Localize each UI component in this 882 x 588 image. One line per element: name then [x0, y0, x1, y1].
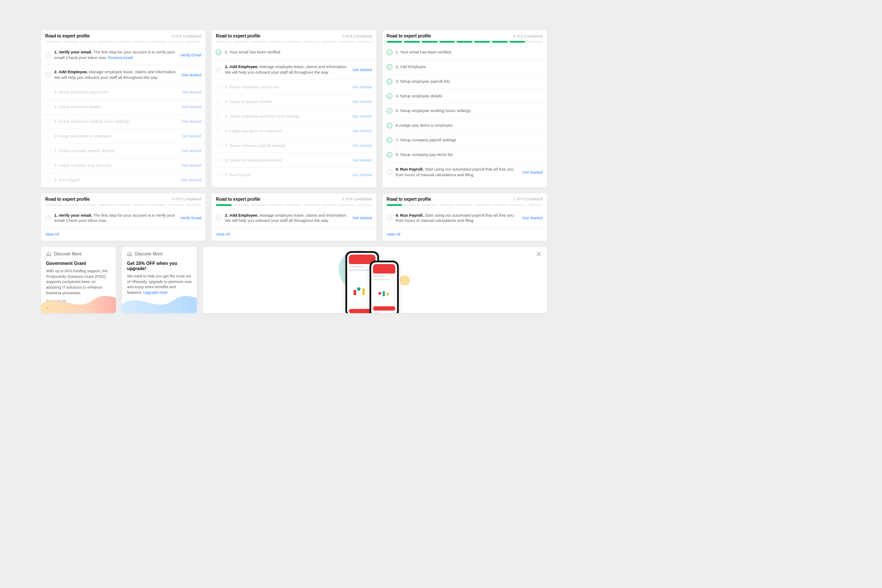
discover-body: With up to 80% funding support, the Prod…: [46, 268, 111, 296]
card-title: Road to expert profile: [45, 34, 90, 38]
step-cta[interactable]: Get started: [352, 68, 372, 72]
close-icon[interactable]: [536, 251, 542, 257]
step-row: 1. Your email has been verified.: [382, 45, 547, 59]
step-text: 9. Run Payroll. Start using our automate…: [396, 167, 519, 177]
step-cta[interactable]: Get started: [182, 105, 201, 109]
check-circle-icon: [387, 79, 392, 84]
view-all-link[interactable]: View All: [45, 232, 59, 236]
step-text: 3. Setup employee payroll info: [225, 84, 349, 90]
discover-header: Discover More: [127, 251, 192, 256]
completed-count: 0 of 9 Completed: [172, 197, 202, 201]
check-circle-icon: [45, 90, 51, 95]
step-text: 1. Your email has been verified.: [396, 50, 543, 55]
step-row: 6.Assign pay items to employee: [382, 118, 547, 133]
step-cta[interactable]: Verify Email: [180, 53, 202, 57]
step-row: 2. Add Employee: [382, 59, 547, 74]
step-cta[interactable]: Get Started: [522, 216, 543, 220]
step-row: 8. Setup company pay items list: [382, 147, 547, 162]
step-row: 5. Setup employee working hours settings…: [41, 114, 205, 129]
step-cta[interactable]: Get started: [182, 134, 201, 138]
progress-bar: [41, 41, 205, 45]
step-text: 2. Add Employee. Manage employee leave, …: [54, 69, 178, 80]
step-cta[interactable]: Get Started: [352, 173, 372, 177]
step-row: 4. Setup employee detailsGet started: [211, 94, 376, 109]
road-to-expert-mini-card: Road to expert profile0 of 9 Completed1.…: [41, 193, 205, 241]
discover-header: Discover More: [46, 251, 111, 256]
check-circle-icon: [45, 104, 51, 110]
check-circle-icon: [387, 64, 392, 70]
step-cta[interactable]: Get Started: [522, 170, 543, 174]
step-cta[interactable]: Get started: [352, 129, 372, 133]
step-cta[interactable]: Get started: [352, 143, 372, 148]
check-circle-icon: [387, 152, 392, 158]
step-row: 2. Add Employee. Manage employee leave, …: [41, 65, 205, 84]
check-circle-icon: [216, 157, 221, 163]
check-circle-icon: [45, 148, 51, 154]
step-row: 7. Setup company payroll settingsGet sta…: [211, 138, 376, 152]
step-text: 7. Setup company payroll settings: [396, 137, 543, 143]
check-circle-icon: [216, 99, 221, 104]
check-circle-icon: [216, 172, 221, 177]
check-circle-icon: [216, 84, 221, 90]
step-row: 6.Assign pay items to employeeGet starte…: [211, 123, 376, 138]
check-circle-icon: [45, 119, 51, 124]
step-row: 1. Your email has been verified.: [211, 45, 376, 59]
step-row: 7. Setup company payroll settingsGet sta…: [41, 143, 205, 158]
view-all-link[interactable]: View All: [387, 232, 401, 236]
step-text: 7. Setup company payroll settings: [225, 143, 349, 149]
step-row: 9. Run Payroll. Start using our automate…: [382, 162, 547, 182]
card-title: Road to expert profile: [216, 34, 260, 38]
discover-link[interactable]: Contact Us: [46, 299, 111, 303]
step-cta[interactable]: Get started: [182, 119, 201, 124]
card-title: Road to expert profile: [387, 197, 431, 202]
step-cta[interactable]: Get started: [352, 216, 372, 220]
step-text: 2. Add Employee. Manage employee leave, …: [225, 213, 349, 224]
check-circle-icon: [45, 72, 51, 78]
view-all-link[interactable]: View All: [216, 232, 230, 236]
completed-count: 1 of 9 Completed: [342, 197, 372, 201]
discover-link[interactable]: Upgrade Now: [143, 290, 168, 295]
step-cta[interactable]: Get started: [182, 73, 201, 77]
check-circle-icon: [45, 163, 51, 168]
progress-bar: [211, 204, 376, 208]
step-cta[interactable]: Get started: [182, 163, 201, 168]
step-cta[interactable]: Get started: [182, 90, 201, 94]
svg-point-5: [386, 292, 389, 296]
check-circle-icon: [387, 123, 392, 128]
resend-email-link[interactable]: Resend email: [108, 55, 133, 60]
step-cta[interactable]: Get started: [182, 149, 201, 153]
step-text: 1. Verify your email. The first step for…: [54, 50, 177, 60]
discover-card: Discover MoreGovernment GrantWith up to …: [41, 247, 116, 313]
step-cta[interactable]: Get Started: [181, 178, 201, 182]
svg-rect-0: [354, 290, 356, 295]
house-icon: [46, 251, 51, 256]
road-to-expert-card: Road to expert profile8 of 9 Completed1.…: [382, 30, 547, 187]
road-to-expert-mini-card: Road to expert profile1 of 9 Completed9.…: [382, 193, 547, 241]
step-text: 6.Assign pay items to employee: [225, 128, 349, 134]
step-row: 8. Setup company pay items listGet start…: [211, 152, 376, 167]
check-circle-icon: [216, 67, 221, 72]
discover-body: We want to help you get the most out of …: [127, 274, 192, 296]
card-title: Road to expert profile: [45, 197, 90, 202]
carousel-dots[interactable]: [46, 307, 56, 309]
step-cta[interactable]: Get started: [352, 158, 372, 162]
progress-bar: [41, 204, 205, 208]
svg-point-3: [378, 292, 381, 295]
step-row: 1. Verify your email. The first step for…: [41, 45, 205, 65]
step-cta[interactable]: Get started: [352, 85, 372, 89]
step-text: 7. Setup company payroll settings: [54, 148, 178, 154]
step-row: 9. Run Payroll. Start using our automate…: [382, 208, 547, 228]
check-circle-icon: [45, 215, 51, 221]
step-text: 5. Setup employee working hours settings: [396, 108, 543, 114]
step-text: 9. Run Payroll: [225, 172, 348, 178]
step-row: 2. Add Employee. Manage employee leave, …: [211, 59, 376, 79]
check-circle-icon: [387, 215, 392, 221]
step-cta[interactable]: Get started: [352, 114, 372, 118]
completed-count: 8 of 9 Completed: [513, 34, 543, 38]
step-text: 9. Run Payroll: [54, 177, 177, 183]
step-cta[interactable]: Get started: [352, 100, 372, 104]
check-circle-icon: [216, 215, 221, 221]
step-cta[interactable]: Verify Email: [180, 216, 202, 220]
step-text: 3. Setup employee payroll info: [54, 90, 178, 95]
progress-bar: [382, 204, 547, 208]
